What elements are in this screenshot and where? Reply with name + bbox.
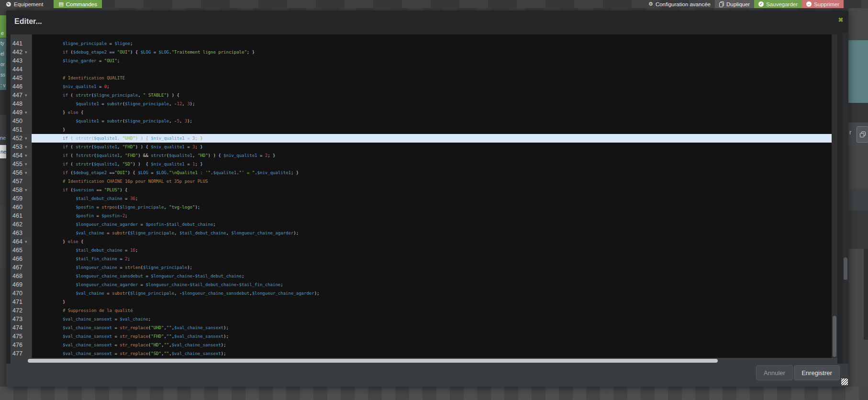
- code-text[interactable]: $ligne_garder = "OUI";: [32, 56, 832, 65]
- code-text[interactable]: $val_chaine_sansext = str_replace("UHD",…: [32, 323, 832, 332]
- fold-arrow-icon[interactable]: ▾: [24, 110, 27, 115]
- fold-arrow-icon[interactable]: ▾: [24, 144, 27, 149]
- code-line[interactable]: 459 $tail_debut_chaine = 36;: [11, 194, 832, 203]
- code-text[interactable]: } else {: [32, 108, 832, 117]
- code-line[interactable]: 443 $ligne_garder = "OUI";: [11, 56, 832, 65]
- modal-scrollbar[interactable]: [843, 33, 848, 368]
- background-input-fragment[interactable]: ne: [0, 145, 7, 158]
- line-number[interactable]: 446: [11, 82, 32, 91]
- code-line[interactable]: 472 # Suppression de la qualité: [11, 306, 832, 315]
- code-text[interactable]: if ( strstr($qualite1, "UHD") ) { $niv_q…: [32, 134, 832, 143]
- code-text[interactable]: $longueur_chaine_agarder = $posfin-$tail…: [32, 220, 832, 229]
- code-line[interactable]: 453▾ if ( strstr($qualite1, "FHD") ) { $…: [11, 143, 832, 151]
- editor-vertical-scrollbar[interactable]: [832, 34, 837, 358]
- code-text[interactable]: if ( !strstr($qualite1, "FHD") && strstr…: [32, 151, 832, 160]
- code-text[interactable]: $tail_debut_chaine = 36;: [32, 194, 832, 203]
- line-number[interactable]: 443: [11, 56, 32, 65]
- line-number[interactable]: 441: [11, 39, 32, 48]
- line-number[interactable]: 462: [11, 220, 32, 229]
- code-line[interactable]: 461 $posfin = $posfin-2;: [11, 211, 832, 220]
- code-line[interactable]: 454▾ if ( !strstr($qualite1, "FHD") && s…: [11, 151, 832, 160]
- fold-arrow-icon[interactable]: ▾: [24, 170, 27, 175]
- code-text[interactable]: $val_chaine_sansext = str_replace("HD","…: [32, 341, 832, 349]
- code-text[interactable]: $val_chaine_sansext = str_replace("FHD",…: [32, 332, 832, 341]
- line-number[interactable]: 458▾: [11, 186, 32, 194]
- line-number[interactable]: 464▾: [11, 237, 32, 246]
- save-button-topbar[interactable]: ✓ Sauvegarder: [754, 0, 802, 8]
- delete-button-topbar[interactable]: – Supprimer: [802, 0, 844, 8]
- line-number[interactable]: 468: [11, 272, 32, 280]
- code-line[interactable]: 464▾ } else {: [11, 237, 832, 246]
- code-text[interactable]: if ($version == "PLUS") {: [32, 186, 832, 194]
- advanced-config-button[interactable]: ⚙ Configuration avancée: [644, 0, 715, 8]
- code-text[interactable]: [32, 65, 832, 74]
- code-line[interactable]: 458▾ if ($version == "PLUS") {: [11, 186, 832, 194]
- line-number[interactable]: 473: [11, 315, 32, 323]
- tab-equipement[interactable]: Equipement: [1, 0, 48, 8]
- line-number[interactable]: 454▾: [11, 151, 32, 160]
- code-text[interactable]: if ( strstr($qualite1, "SD") ) { $niv_qu…: [32, 160, 832, 168]
- line-number[interactable]: 457: [11, 177, 32, 186]
- fold-arrow-icon[interactable]: ▾: [24, 50, 27, 55]
- copy-icon-button[interactable]: [857, 126, 868, 143]
- code-line[interactable]: 474 $val_chaine_sansext = str_replace("U…: [11, 323, 832, 332]
- code-line[interactable]: 470 $val_chaine = substr($ligne_principa…: [11, 289, 832, 298]
- code-text[interactable]: $tail_fin_chaine = 2;: [32, 255, 832, 263]
- line-number[interactable]: 465: [11, 246, 32, 255]
- close-icon[interactable]: ✖: [837, 17, 844, 23]
- line-number[interactable]: 444: [11, 65, 32, 74]
- editor-horizontal-scrollbar[interactable]: [11, 358, 837, 364]
- code-text[interactable]: }: [32, 125, 832, 134]
- code-line[interactable]: 471 }: [11, 298, 832, 306]
- line-number[interactable]: 471: [11, 298, 32, 306]
- line-number[interactable]: 469: [11, 280, 32, 289]
- line-number[interactable]: 449▾: [11, 108, 32, 117]
- code-text[interactable]: $posfin = strpos($ligne_principale, "tvg…: [32, 203, 832, 211]
- code-text[interactable]: $posfin = $posfin-2;: [32, 211, 832, 220]
- vertical-scrollbar-thumb[interactable]: [833, 316, 836, 357]
- code-line[interactable]: 442▾ if ($debug_etape2 == "OUI") { $LOG …: [11, 48, 832, 56]
- modal-scrollbar-thumb[interactable]: [844, 257, 847, 280]
- save-button[interactable]: Enregistrer: [794, 365, 840, 380]
- code-text[interactable]: $longueur_chaine_agarder = $longueur_cha…: [32, 280, 832, 289]
- line-number[interactable]: 477: [11, 349, 32, 358]
- line-number[interactable]: 452▾: [11, 134, 32, 143]
- line-number[interactable]: 463: [11, 229, 32, 237]
- line-number[interactable]: 475: [11, 332, 32, 341]
- line-number[interactable]: 460: [11, 203, 32, 211]
- cancel-button[interactable]: Annuler: [756, 365, 793, 380]
- code-line[interactable]: 462 $longueur_chaine_agarder = $posfin-$…: [11, 220, 832, 229]
- line-number[interactable]: 466: [11, 255, 32, 263]
- code-line[interactable]: 465 $tail_debut_chaine = 16;: [11, 246, 832, 255]
- fold-arrow-icon[interactable]: ▾: [24, 136, 27, 141]
- line-number[interactable]: 445: [11, 74, 32, 82]
- code-line[interactable]: 445 # Identification QUALITE: [11, 74, 832, 82]
- code-text[interactable]: $val_chaine = substr($ligne_principale, …: [32, 289, 832, 298]
- code-line[interactable]: 460 $posfin = strpos($ligne_principale, …: [11, 203, 832, 211]
- line-number[interactable]: 447▾: [11, 91, 32, 100]
- line-number[interactable]: 461: [11, 211, 32, 220]
- code-line[interactable]: 450 $qualite1 = substr($ligne_principale…: [11, 117, 832, 125]
- line-number[interactable]: 456▾: [11, 168, 32, 177]
- code-text[interactable]: $qualite1 = substr($ligne_principale, -5…: [32, 117, 832, 125]
- code-line[interactable]: 441 $ligne_principale = $ligne;: [11, 39, 832, 48]
- resize-grip[interactable]: [841, 378, 848, 385]
- line-number[interactable]: 476: [11, 341, 32, 349]
- line-number[interactable]: 459: [11, 194, 32, 203]
- line-number[interactable]: 450: [11, 117, 32, 125]
- fold-arrow-icon[interactable]: ▾: [24, 162, 27, 167]
- code-text[interactable]: $ligne_principale = $ligne;: [32, 39, 832, 48]
- code-line[interactable]: 446 $niv_qualite1 = 0;: [11, 82, 832, 91]
- line-number[interactable]: 442▾: [11, 48, 32, 56]
- code-line[interactable]: 466 $tail_fin_chaine = 2;: [11, 255, 832, 263]
- fold-arrow-icon[interactable]: ▾: [24, 153, 27, 158]
- code-text[interactable]: # Identification CHAINE 16p pour NORMAL …: [32, 177, 832, 186]
- line-number[interactable]: 472: [11, 306, 32, 315]
- line-number[interactable]: 470: [11, 289, 32, 298]
- code-line[interactable]: 444: [11, 65, 832, 74]
- code-text[interactable]: $tail_debut_chaine = 16;: [32, 246, 832, 255]
- fold-arrow-icon[interactable]: ▾: [24, 93, 27, 98]
- code-line[interactable]: 468 $longueur_chaine_sansdebut = $longue…: [11, 272, 832, 280]
- code-line-highlighted[interactable]: 452▾ if ( strstr($qualite1, "UHD") ) { $…: [11, 134, 832, 143]
- code-text[interactable]: $val_chaine_sansext = str_replace("SD","…: [32, 349, 832, 358]
